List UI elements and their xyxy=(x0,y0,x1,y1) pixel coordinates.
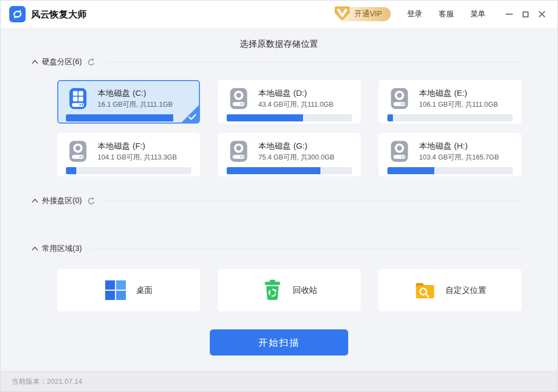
close-button[interactable] xyxy=(533,6,550,22)
section-title: 常用区域(3) xyxy=(42,244,82,254)
section-hard-disk-partitions: 硬盘分区(6) xyxy=(31,57,520,67)
section-divider xyxy=(105,62,520,63)
section-common-areas: 常用区域(3) xyxy=(31,244,520,254)
windows-logo-icon xyxy=(105,279,126,301)
version-label: 当前版本： xyxy=(11,377,47,387)
disk-info: 106.1 GB可用, 共111.0GB xyxy=(419,100,498,109)
minimize-icon xyxy=(506,14,513,15)
window-controls xyxy=(501,6,550,22)
recycle-bin-card[interactable]: 回收站 xyxy=(218,269,361,311)
drive-icon xyxy=(227,139,251,163)
vip-crown-icon xyxy=(333,5,351,22)
section-title: 硬盘分区(6) xyxy=(42,57,82,67)
disk-info: 104.1 GB可用, 共113.3GB xyxy=(98,153,177,162)
disk-name: 本地磁盘 (E:) xyxy=(419,88,498,99)
disk-card-d[interactable]: 本地磁盘 (D:) 43.4 GB可用, 共111.0GB xyxy=(218,80,361,124)
support-link[interactable]: 客服 xyxy=(439,9,454,19)
disk-name: 本地磁盘 (C:) xyxy=(98,88,173,99)
app-window: 风云恢复大师 开通VIP 登录 客服 菜单 选择原数据存储位置 xyxy=(0,0,558,392)
main-content: 选择原数据存储位置 硬盘分区(6) xyxy=(1,28,557,371)
vip-button[interactable]: 开通VIP xyxy=(336,7,391,21)
disk-info: 43.4 GB可用, 共111.0GB xyxy=(258,100,333,109)
chevron-up-icon[interactable] xyxy=(31,245,39,253)
disk-info: 75.4 GB可用, 共300.0GB xyxy=(258,153,335,162)
disk-card-e[interactable]: 本地磁盘 (E:) 106.1 GB可用, 共111.0GB xyxy=(379,80,521,124)
menu-link[interactable]: 菜单 xyxy=(470,9,486,19)
drive-icon xyxy=(227,87,251,111)
area-label: 桌面 xyxy=(136,285,153,296)
recycle-bin-icon xyxy=(262,279,283,301)
system-drive-icon xyxy=(66,87,90,111)
section-external-disks: 外接盘区(0) xyxy=(31,196,520,206)
close-icon xyxy=(538,11,545,18)
disk-usage-bar xyxy=(387,114,513,121)
titlebar-actions: 开通VIP 登录 客服 菜单 xyxy=(336,6,550,22)
drive-icon xyxy=(66,139,90,163)
section-divider xyxy=(92,249,520,249)
check-icon xyxy=(188,114,197,120)
disk-usage-bar xyxy=(66,167,191,174)
desktop-card[interactable]: 桌面 xyxy=(57,269,200,311)
disk-usage-bar xyxy=(227,167,352,174)
app-logo-icon xyxy=(9,6,26,22)
login-link[interactable]: 登录 xyxy=(407,9,422,19)
page-title: 选择原数据存储位置 xyxy=(1,39,557,50)
disk-name: 本地磁盘 (H:) xyxy=(419,141,499,151)
section-title: 外接盘区(0) xyxy=(42,196,82,206)
disk-info: 16.1 GB可用, 共111.1GB xyxy=(98,100,173,109)
chevron-up-icon[interactable] xyxy=(31,197,39,205)
disk-usage-bar xyxy=(66,114,191,121)
refresh-icon[interactable] xyxy=(87,197,95,205)
disk-name: 本地磁盘 (D:) xyxy=(258,88,333,99)
custom-location-card[interactable]: 自定义位置 xyxy=(379,269,521,311)
section-divider xyxy=(105,201,520,201)
disk-usage-bar xyxy=(227,114,352,121)
app-title: 风云恢复大师 xyxy=(31,8,87,21)
disk-card-c[interactable]: 本地磁盘 (C:) 16.1 GB可用, 共111.1GB xyxy=(57,80,200,124)
chevron-up-icon[interactable] xyxy=(31,58,39,66)
folder-search-icon xyxy=(414,279,436,301)
drive-icon xyxy=(387,139,411,163)
maximize-icon xyxy=(523,11,529,17)
disk-card-f[interactable]: 本地磁盘 (F:) 104.1 GB可用, 共113.3GB xyxy=(57,133,200,176)
area-label: 回收站 xyxy=(293,285,318,296)
disk-info: 103.4 GB可用, 共165.7GB xyxy=(419,153,499,162)
disk-card-g[interactable]: 本地磁盘 (G:) 75.4 GB可用, 共300.0GB xyxy=(218,133,361,176)
area-label: 自定义位置 xyxy=(446,285,487,296)
disk-name: 本地磁盘 (G:) xyxy=(258,141,335,151)
maximize-button[interactable] xyxy=(517,6,533,22)
disk-name: 本地磁盘 (F:) xyxy=(98,141,177,151)
drive-icon xyxy=(387,87,411,111)
version-value: 2021.07.14 xyxy=(47,377,82,385)
start-scan-button[interactable]: 开始扫描 xyxy=(210,329,348,356)
refresh-icon[interactable] xyxy=(87,58,95,66)
footer: 当前版本： 2021.07.14 xyxy=(1,371,557,391)
minimize-button[interactable] xyxy=(501,6,517,22)
disk-card-h[interactable]: 本地磁盘 (H:) 103.4 GB可用, 共165.7GB xyxy=(379,133,521,176)
disk-grid: 本地磁盘 (C:) 16.1 GB可用, 共111.1GB xyxy=(57,80,557,176)
vip-button-label: 开通VIP xyxy=(354,9,382,19)
titlebar: 风云恢复大师 开通VIP 登录 客服 菜单 xyxy=(1,1,557,28)
common-area-grid: 桌面 回收站 自定义 xyxy=(57,269,557,311)
disk-usage-bar xyxy=(387,167,513,174)
